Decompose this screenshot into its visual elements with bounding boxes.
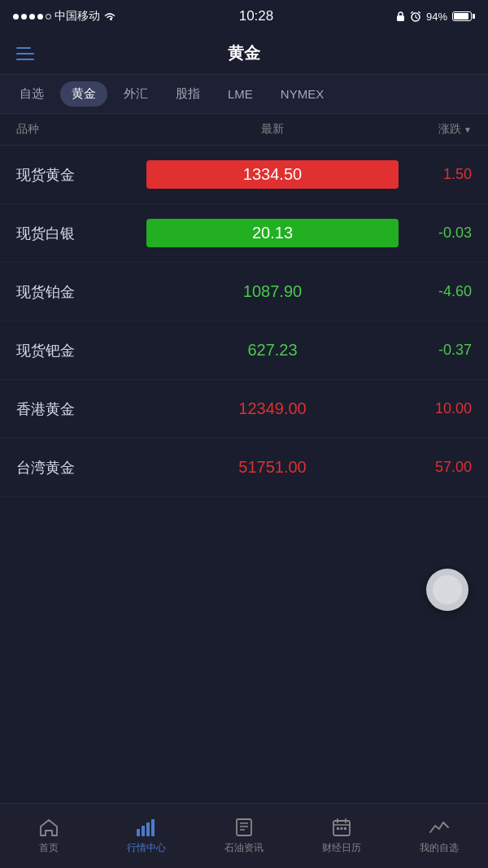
tab-nymex[interactable]: NYMEX [269, 82, 335, 106]
col-header-price: 最新 [146, 122, 399, 137]
row-name-1: 现货白银 [16, 224, 146, 243]
row-name-2: 现货铂金 [16, 282, 146, 302]
table-row[interactable]: 现货黄金 1334.50 1.50 [0, 146, 488, 204]
status-left: 中国移动 [13, 9, 116, 24]
row-price-5: 51751.00 [146, 458, 399, 477]
sort-arrow-icon: ▼ [464, 125, 472, 134]
svg-rect-2 [137, 829, 140, 836]
dot4 [37, 14, 43, 20]
row-change-3: -0.37 [399, 342, 472, 359]
price-container-2: 1087.90 [146, 282, 399, 301]
row-change-5: 57.00 [399, 459, 472, 476]
empty-area [0, 497, 488, 643]
menu-line-2 [16, 53, 34, 55]
nav-item-market[interactable]: 行情中心 [98, 817, 195, 855]
page-wrapper: 中国移动 10:28 94% [0, 0, 488, 868]
watchlist-icon [428, 817, 451, 838]
home-icon [37, 817, 60, 838]
row-name-5: 台湾黄金 [16, 458, 146, 478]
wifi-icon [103, 11, 116, 21]
row-name-0: 现货黄金 [16, 165, 146, 185]
table-row[interactable]: 现货白银 20.13 -0.03 [0, 204, 488, 263]
status-time: 10:28 [239, 8, 274, 24]
svg-rect-14 [337, 827, 339, 830]
tab-zixuan[interactable]: 自选 [8, 81, 55, 107]
svg-rect-16 [344, 827, 346, 830]
row-price-2: 1087.90 [146, 282, 399, 301]
nav-label-market: 行情中心 [127, 841, 166, 855]
battery-icon [452, 11, 475, 21]
svg-rect-3 [142, 826, 145, 836]
signal-dots [13, 14, 51, 20]
tab-waihui[interactable]: 外汇 [112, 81, 159, 107]
nav-item-home[interactable]: 首页 [0, 817, 98, 855]
header: 黄金 [0, 33, 488, 75]
news-icon [233, 817, 255, 838]
table-row[interactable]: 香港黄金 12349.00 10.00 [0, 380, 488, 438]
row-change-2: -4.60 [399, 283, 472, 300]
table-row[interactable]: 现货钯金 627.23 -0.37 [0, 321, 488, 380]
nav-label-home: 首页 [39, 841, 59, 855]
nav-item-watchlist[interactable]: 我的自选 [390, 817, 488, 855]
nav-label-watchlist: 我的自选 [420, 841, 459, 855]
svg-rect-5 [151, 819, 155, 836]
carrier-label: 中国移动 [54, 9, 100, 24]
row-price-1: 20.13 [146, 219, 399, 247]
tab-huangjin[interactable]: 黄金 [60, 81, 107, 107]
table-row[interactable]: 现货铂金 1087.90 -4.60 [0, 263, 488, 321]
svg-rect-6 [237, 819, 251, 835]
row-price-0: 1334.50 [146, 160, 399, 189]
row-change-4: 10.00 [399, 400, 472, 417]
table-header: 品种 最新 涨跌 ▼ [0, 114, 488, 146]
alarm-icon [410, 11, 421, 22]
menu-line-1 [16, 47, 31, 49]
data-rows: 现货黄金 1334.50 1.50 现货白银 20.13 -0.03 现货铂金 … [0, 146, 488, 497]
chart-icon [135, 817, 158, 838]
row-name-3: 现货钯金 [16, 341, 146, 360]
price-container-1: 20.13 [146, 219, 399, 247]
row-price-4: 12349.00 [146, 399, 399, 418]
dot1 [13, 14, 19, 20]
nav-label-news: 石油资讯 [224, 841, 264, 855]
float-action-button[interactable] [426, 569, 468, 611]
tab-bar: 自选 黄金 外汇 股指 LME NYMEX [0, 75, 488, 114]
dot2 [21, 14, 27, 20]
svg-rect-0 [397, 15, 404, 21]
status-right: 94% [396, 11, 475, 23]
dot5 [46, 14, 51, 20]
nav-item-calendar[interactable]: 财经日历 [293, 817, 390, 855]
svg-rect-15 [341, 827, 343, 830]
row-change-0: 1.50 [399, 166, 472, 183]
row-price-3: 627.23 [146, 341, 399, 360]
price-container-0: 1334.50 [146, 160, 399, 189]
price-container-3: 627.23 [146, 341, 399, 360]
row-change-1: -0.03 [399, 225, 472, 242]
svg-rect-4 [146, 822, 150, 836]
tab-lme[interactable]: LME [216, 82, 264, 106]
col-header-name: 品种 [16, 122, 146, 137]
price-container-4: 12349.00 [146, 399, 399, 418]
menu-line-3 [16, 59, 34, 60]
header-title: 黄金 [228, 42, 260, 64]
nav-item-news[interactable]: 石油资讯 [195, 817, 293, 855]
menu-button[interactable] [16, 47, 34, 60]
battery-label: 94% [426, 11, 447, 23]
lock-icon [396, 11, 405, 22]
tab-guzhi[interactable]: 股指 [164, 81, 211, 107]
status-bar: 中国移动 10:28 94% [0, 0, 488, 33]
calendar-icon [330, 817, 353, 838]
bottom-nav: 首页 行情中心 石油资讯 [0, 803, 488, 868]
price-container-5: 51751.00 [146, 458, 399, 477]
table-row[interactable]: 台湾黄金 51751.00 57.00 [0, 438, 488, 497]
dot3 [29, 14, 35, 20]
col-header-change: 涨跌 ▼ [399, 122, 472, 137]
nav-label-calendar: 财经日历 [322, 841, 361, 855]
float-btn-inner [433, 575, 462, 604]
row-name-4: 香港黄金 [16, 399, 146, 419]
